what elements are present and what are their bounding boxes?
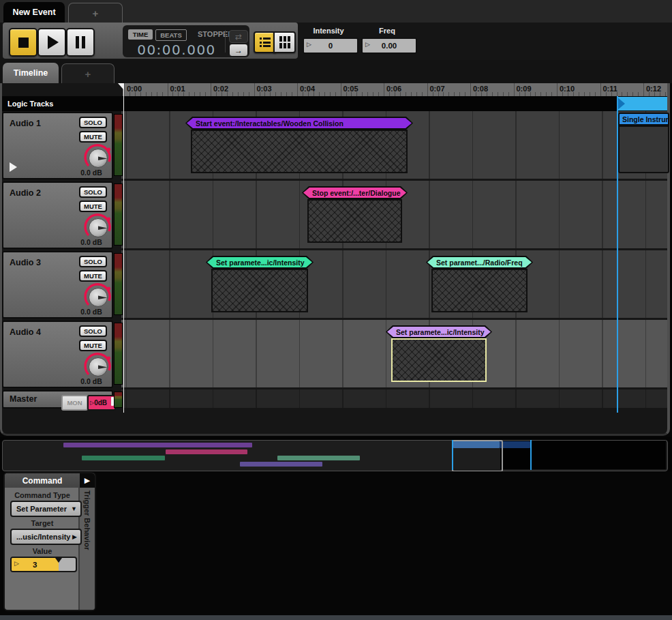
solo-button[interactable]: SOLO [79, 325, 107, 337]
stop-icon [18, 38, 29, 48]
overview-clip-bar [500, 441, 530, 448]
time-display-panel: TIME BEATS STOPPED 00:00.000 ⇄ → [123, 25, 249, 57]
track-header[interactable]: Audio 3SOLOMUTE 0.0 dB [2, 251, 113, 319]
clip-body[interactable] [391, 338, 487, 382]
track-lane[interactable] [121, 389, 667, 408]
timeline-clip[interactable]: Single Instrument [618, 113, 669, 173]
clip-body[interactable] [307, 199, 402, 243]
grid-view-toggle[interactable] [273, 31, 296, 53]
timeline-clip[interactable]: Set paramete...ic/Intensity [386, 325, 492, 382]
track-header[interactable]: Audio 4SOLOMUTE 0.0 dB [2, 321, 113, 388]
expand-track-icon[interactable] [10, 162, 17, 172]
value-slider[interactable]: 3 ▷ [10, 557, 77, 572]
timeline-clip[interactable]: Start event:/Interactables/Wooden Collis… [185, 117, 413, 173]
mute-button[interactable]: MUTE [79, 340, 107, 351]
timeline-clip[interactable]: Set paramete...ic/Intensity [206, 256, 314, 312]
command-type-value: Set Parameter [16, 505, 67, 513]
track-lane[interactable]: Stop event:/...ter/Dialogue [121, 181, 667, 248]
command-play-button[interactable]: ▶ [80, 473, 95, 488]
ruler-tick-label: 0:06 [386, 85, 401, 93]
ruler-gridline [384, 83, 384, 96]
overview-viewport[interactable] [452, 440, 503, 472]
master-fader-button[interactable]: ▷0dB [87, 395, 116, 411]
timeline-clip[interactable]: Set paramet.../Radio/Freq [426, 256, 533, 312]
value-slider-handle[interactable] [55, 558, 62, 563]
command-type-dropdown[interactable]: Set Parameter ▼ [10, 501, 82, 517]
arrow-icon: → [234, 46, 243, 55]
loop-region-bar[interactable] [617, 97, 667, 110]
ruler-tick-label: 0:01 [170, 85, 185, 93]
chevron-down-icon: ▼ [71, 505, 77, 512]
stop-button[interactable] [9, 28, 37, 57]
param-freq-label: Freq [360, 27, 414, 35]
track-header[interactable]: Audio 2SOLOMUTE 0.0 dB [2, 181, 113, 249]
clip-header[interactable]: Single Instrument [618, 113, 669, 126]
monitor-button[interactable]: MON [61, 395, 88, 411]
clip-body[interactable] [431, 269, 528, 312]
solo-button[interactable]: SOLO [79, 256, 107, 267]
level-meter [114, 114, 123, 176]
clip-header[interactable]: Start event:/Interactables/Wooden Collis… [185, 117, 413, 130]
track-row: MasterMON▷0dB [2, 389, 667, 410]
clip-header[interactable]: Set paramet.../Radio/Freq [426, 256, 533, 269]
ruler-gridline [427, 83, 428, 96]
ruler-gridline [514, 83, 515, 96]
track-name: Audio 2 [10, 188, 41, 198]
param-freq-field[interactable]: ▷ 0.00 [361, 38, 417, 54]
target-value: ...usic/Intensity [16, 533, 70, 541]
bottom-status-bar [0, 615, 672, 620]
loop-icon: ⇄ [235, 32, 242, 42]
clip-body[interactable] [191, 130, 408, 173]
clip-body[interactable] [618, 126, 669, 173]
clip-header[interactable]: Set paramete...ic/Intensity [386, 325, 492, 338]
grid-view-icon [279, 36, 290, 48]
ruler-tick-label: 0:08 [473, 85, 488, 93]
ruler-gridline [254, 83, 255, 96]
overview-loop-marker-line [530, 440, 532, 470]
track-lane[interactable]: Set paramete...ic/Intensity [121, 320, 667, 387]
playhead-line[interactable] [123, 83, 124, 413]
mute-button[interactable]: MUTE [79, 131, 107, 143]
timeline-overview [0, 437, 672, 471]
track-lane[interactable]: Set paramete...ic/IntensitySet paramet..… [121, 250, 667, 318]
level-meter [114, 253, 123, 315]
time-readout: 00:00.000 [132, 42, 221, 58]
loop-playback-button[interactable]: ⇄ [229, 30, 248, 43]
add-tab-button[interactable]: + [68, 3, 123, 23]
solo-button[interactable]: SOLO [79, 186, 107, 198]
tab-timeline[interactable]: Timeline [3, 63, 59, 83]
track-row: Stop event:/...ter/DialogueAudio 2SOLOMU… [2, 181, 667, 250]
add-timeline-tab-button[interactable]: + [61, 63, 114, 84]
param-freq-value: 0.00 [382, 42, 397, 50]
ruler-tick-label: 0:03 [257, 85, 272, 93]
value-label: Value [5, 547, 80, 555]
clip-body[interactable] [211, 269, 308, 312]
divider [225, 30, 226, 53]
overview-clip-bar [277, 456, 360, 460]
timeline-ruler[interactable]: 0:000:010:020:030:040:050:060:070:080:09… [123, 83, 667, 96]
clip-header[interactable]: Stop event:/...ter/Dialogue [302, 186, 408, 199]
pause-button[interactable] [66, 28, 95, 57]
play-icon [48, 35, 59, 49]
solo-button[interactable]: SOLO [79, 117, 107, 128]
tab-new-event[interactable]: New Event [3, 2, 65, 23]
play-button[interactable] [37, 28, 66, 57]
track-header[interactable]: MasterMON▷0dB [2, 390, 113, 409]
ruler-gridline [297, 83, 298, 96]
mute-button[interactable]: MUTE [79, 201, 107, 212]
ruler-tick-label: 0:12 [646, 85, 661, 93]
param-intensity-field[interactable]: ▷ 0 [303, 38, 358, 54]
target-button[interactable]: ...usic/Intensity ▶ [10, 529, 82, 545]
track-name: Audio 1 [10, 119, 41, 128]
beats-mode-toggle[interactable]: BEATS [155, 29, 187, 41]
follow-playback-button[interactable]: → [229, 44, 248, 57]
mute-button[interactable]: MUTE [79, 270, 107, 282]
ruler-gridline [168, 83, 168, 96]
time-mode-toggle[interactable]: TIME [128, 29, 153, 40]
level-meter [114, 323, 123, 385]
track-lane[interactable]: Start event:/Interactables/Wooden Collis… [121, 111, 667, 179]
timeline-clip[interactable]: Stop event:/...ter/Dialogue [302, 186, 408, 243]
track-header[interactable]: Audio 1SOLOMUTE 0.0 dB [2, 112, 113, 179]
chevron-right-icon: ▶ [72, 533, 77, 540]
clip-header[interactable]: Set paramete...ic/Intensity [206, 256, 314, 269]
